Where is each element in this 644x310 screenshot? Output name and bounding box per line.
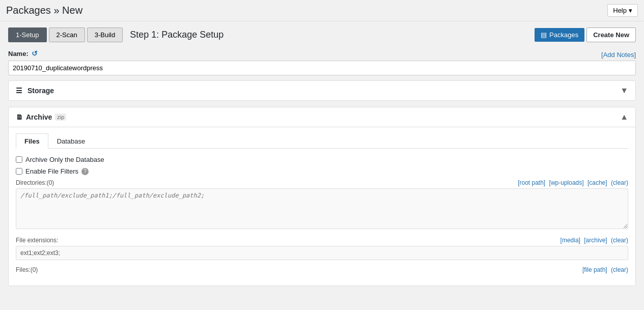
archive-link[interactable]: [archive] [584, 237, 607, 244]
packages-label: Packages [549, 31, 578, 39]
file-extensions-links: [media] [archive] (clear) [558, 237, 628, 244]
enable-file-filters-label: Enable File Filters [25, 167, 78, 175]
storage-card: ☰ Storage ▼ [8, 80, 636, 101]
cache-link[interactable]: [cache] [587, 179, 607, 186]
header-actions: ▤ Packages Create New [535, 27, 636, 42]
wp-uploads-link[interactable]: [wp-uploads] [549, 179, 584, 186]
file-path-link[interactable]: [file path] [582, 266, 607, 273]
archive-card-header[interactable]: 🗎 Archive zip ▲ [9, 107, 635, 127]
tab-files[interactable]: Files [16, 133, 48, 149]
directories-label-row: Directories:(0) [root path] [wp-uploads]… [16, 179, 628, 186]
step-scan-button[interactable]: 2-Scan [49, 27, 85, 42]
storage-icon: ☰ [16, 87, 22, 95]
archive-tabs-row: Files Database [16, 133, 628, 149]
directories-field-group: Directories:(0) [root path] [wp-uploads]… [16, 179, 628, 231]
add-notes-link[interactable]: [Add Notes] [601, 51, 636, 59]
files-clear-link[interactable]: (clear) [611, 266, 628, 273]
step-build-button[interactable]: 3-Build [87, 27, 123, 42]
zip-label: zip [55, 114, 66, 121]
step-title: Step 1: Package Setup [130, 30, 535, 40]
enable-file-filters-row: Enable File Filters ? [16, 167, 628, 175]
main-content: 1-Setup 2-Scan 3-Build Step 1: Package S… [0, 21, 644, 298]
create-new-button[interactable]: Create New [586, 27, 636, 42]
top-bar: Packages » New Help ▾ [0, 0, 644, 21]
directories-textarea[interactable] [16, 188, 628, 229]
name-top-row: Name: ↺ [Add Notes] [8, 49, 636, 60]
enable-file-filters-checkbox[interactable] [16, 168, 22, 175]
storage-card-title: ☰ Storage [16, 87, 54, 95]
help-label: Help [613, 7, 627, 14]
help-chevron: ▾ [629, 7, 632, 14]
media-link[interactable]: [media] [561, 237, 580, 244]
help-button[interactable]: Help ▾ [607, 4, 638, 17]
directories-label: Directories:(0) [16, 179, 54, 186]
archive-only-db-label: Archive Only the Database [25, 156, 104, 163]
file-extensions-input[interactable] [16, 246, 628, 260]
archive-card-title: 🗎 Archive zip [16, 113, 66, 121]
directories-clear-link[interactable]: (clear) [611, 179, 628, 186]
archive-only-db-checkbox[interactable] [16, 156, 22, 163]
name-label: Name: ↺ [8, 49, 38, 58]
archive-card: 🗎 Archive zip ▲ Files Database Archive O… [8, 107, 636, 286]
name-input[interactable] [8, 61, 636, 75]
archive-only-db-row: Archive Only the Database [16, 156, 628, 163]
file-extensions-field-group: File extensions: [media] [archive] (clea… [16, 237, 628, 260]
archive-chevron-up: ▲ [620, 112, 628, 122]
steps-bar: 1-Setup 2-Scan 3-Build Step 1: Package S… [8, 27, 636, 42]
file-extensions-label-row: File extensions: [media] [archive] (clea… [16, 237, 628, 244]
name-section: Name: ↺ [Add Notes] [8, 49, 636, 75]
files-links: [file path] (clear) [580, 266, 628, 273]
archive-card-body: Files Database Archive Only the Database… [9, 127, 635, 286]
help-circle-icon[interactable]: ? [81, 168, 89, 175]
files-label-row: Files:(0) [file path] (clear) [16, 266, 628, 273]
packages-button[interactable]: ▤ Packages [535, 28, 584, 42]
step-setup-button[interactable]: 1-Setup [8, 27, 47, 42]
tab-database[interactable]: Database [48, 133, 94, 149]
root-path-link[interactable]: [root path] [518, 179, 545, 186]
files-label: Files:(0) [16, 266, 38, 273]
reset-icon[interactable]: ↺ [32, 49, 38, 58]
archive-file-icon: 🗎 [16, 113, 23, 121]
page-title: Packages » New [6, 5, 82, 16]
storage-card-header[interactable]: ☰ Storage ▼ [9, 81, 635, 100]
packages-icon: ▤ [541, 31, 547, 39]
extensions-clear-link[interactable]: (clear) [611, 237, 628, 244]
storage-chevron-down: ▼ [620, 86, 628, 95]
file-extensions-label: File extensions: [16, 237, 58, 244]
files-field-group: Files:(0) [file path] (clear) [16, 266, 628, 273]
directories-links: [root path] [wp-uploads] [cache] (clear) [516, 179, 628, 186]
